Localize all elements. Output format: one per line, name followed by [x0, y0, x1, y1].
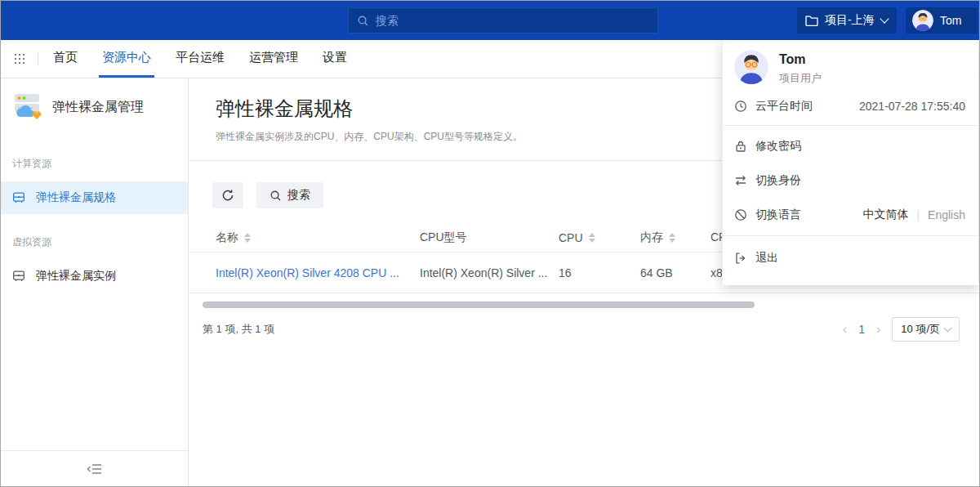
global-search-box[interactable] — [348, 7, 658, 34]
menu-item-switch-language[interactable]: 切换语言 中文简体 | English — [723, 198, 978, 232]
flavor-name-link[interactable]: Intel(R) Xeon(R) Silver 4208 CPU ... — [216, 266, 420, 279]
folder-icon — [805, 15, 818, 26]
sidebar-item-bare-metal-instance[interactable]: 弹性裸金属实例 — [1, 260, 188, 293]
refresh-icon — [221, 189, 234, 202]
cell-memory: 64 GB — [640, 266, 710, 279]
horizontal-scrollbar-thumb[interactable] — [203, 302, 755, 308]
lock-icon — [734, 140, 747, 153]
user-role: 项目用户 — [779, 71, 822, 86]
cell-cpu: 16 — [559, 266, 640, 279]
menu-item-switch-identity[interactable]: 切换身份 — [723, 163, 978, 198]
user-dropdown-panel: Tom 项目用户 云平台时间 2021-07-28 17:55:40 修改密码 … — [722, 40, 978, 285]
language-option-zh[interactable]: 中文简体 — [862, 208, 908, 222]
user-name: Tom — [779, 52, 822, 67]
avatar — [912, 10, 933, 31]
pagination: 第 1 项, 共 1 项 ‹ 1 › 10 项/页 — [189, 317, 979, 342]
project-label: 项目-上海 — [825, 13, 875, 28]
vault-icon — [12, 191, 25, 204]
sidebar: 弹性裸金属管理 计算资源 弹性裸金属规格 虚拟资源 弹性裸金属实例 — [1, 78, 189, 486]
page-size-label: 10 项/页 — [901, 322, 940, 337]
prev-page-button[interactable]: ‹ — [843, 323, 847, 336]
language-separator: | — [916, 208, 920, 221]
next-page-button[interactable]: › — [876, 323, 880, 336]
globe-icon — [734, 208, 747, 221]
sidebar-collapse-button[interactable] — [1, 450, 188, 486]
sidebar-item-label: 弹性裸金属实例 — [36, 269, 116, 284]
language-option-en[interactable]: English — [928, 208, 965, 221]
table-search-button[interactable]: 搜索 — [256, 182, 323, 208]
cell-cpu-model: Intel(R) Xeon(R) Silver ... — [420, 266, 559, 279]
global-search-input[interactable] — [376, 14, 649, 27]
platform-time-row: 云平台时间 2021-07-28 17:55:40 — [723, 86, 978, 125]
collapse-sidebar-icon — [87, 463, 102, 475]
sort-icon[interactable] — [669, 233, 675, 243]
user-info: Tom 项目用户 — [723, 40, 978, 86]
search-icon — [270, 190, 282, 202]
sidebar-item-label: 弹性裸金属规格 — [36, 190, 116, 205]
search-icon — [357, 15, 369, 27]
module-header: 弹性裸金属管理 — [1, 78, 188, 121]
swap-arrows-icon — [734, 174, 747, 187]
column-header-cpu-model: CPU型号 — [420, 230, 559, 245]
search-button-label: 搜索 — [287, 188, 310, 203]
current-page-number[interactable]: 1 — [858, 323, 865, 336]
column-header-name[interactable]: 名称 — [216, 230, 420, 245]
section-label-compute: 计算资源 — [12, 157, 176, 171]
nav-tab-settings[interactable]: 设置 — [319, 40, 350, 78]
platform-time-value: 2021-07-28 17:55:40 — [859, 100, 965, 113]
column-header-memory[interactable]: 内存 — [640, 230, 710, 245]
bare-metal-module-icon — [12, 93, 43, 121]
pagination-summary: 第 1 项, 共 1 项 — [203, 322, 274, 337]
menu-item-change-password[interactable]: 修改密码 — [723, 129, 978, 163]
refresh-button[interactable] — [212, 182, 243, 208]
clock-icon — [734, 100, 747, 113]
nav-tab-resource-center[interactable]: 资源中心 — [99, 40, 154, 78]
module-title: 弹性裸金属管理 — [52, 99, 144, 116]
sidebar-item-bare-metal-flavor[interactable]: 弹性裸金属规格 — [1, 181, 188, 214]
chevron-down-icon — [944, 324, 952, 333]
logout-icon — [734, 252, 747, 265]
nav-tab-home[interactable]: 首页 — [50, 40, 81, 78]
page-size-select[interactable]: 10 项/页 — [892, 317, 960, 342]
user-menu-trigger[interactable]: Tom — [906, 7, 978, 34]
topbar: 项目-上海 Tom — [1, 1, 979, 40]
menu-item-logout[interactable]: 退出 — [723, 236, 978, 280]
sort-icon[interactable] — [589, 233, 595, 243]
avatar — [734, 50, 768, 84]
platform-time-label: 云平台时间 — [755, 99, 813, 114]
sort-icon[interactable] — [244, 233, 251, 243]
vault-icon — [12, 270, 25, 283]
apps-grid-icon[interactable] — [14, 53, 25, 65]
chevron-down-icon — [880, 14, 889, 23]
user-name: Tom — [940, 14, 961, 27]
column-header-cpu[interactable]: CPU — [559, 231, 640, 244]
section-label-virtual: 虚拟资源 — [12, 235, 176, 249]
nav-tab-operation-mgmt[interactable]: 运营管理 — [246, 40, 301, 78]
nav-tab-platform-ops[interactable]: 平台运维 — [172, 40, 228, 78]
nav-separator — [38, 52, 38, 65]
project-selector[interactable]: 项目-上海 — [797, 7, 897, 34]
